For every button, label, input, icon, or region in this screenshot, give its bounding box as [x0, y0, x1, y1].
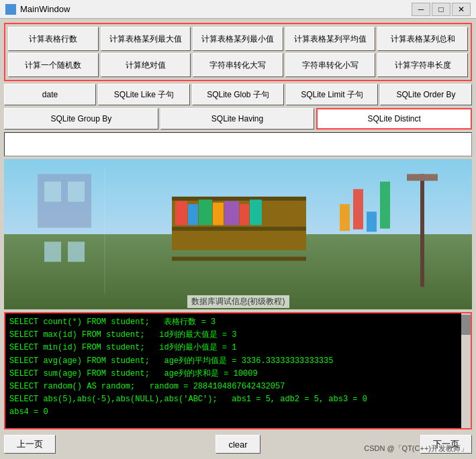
- nav-limit-button[interactable]: SQLite Limit 子句: [286, 84, 378, 105]
- svg-rect-9: [172, 227, 306, 231]
- scrollbar[interactable]: [461, 313, 471, 428]
- input-area: [4, 132, 472, 156]
- scene-label: 数据库调试信息(初级教程): [187, 295, 289, 308]
- bottom-bar: 上一页 clear 下一页 CSDN @「QT(C++)开发教师」: [4, 434, 472, 455]
- svg-rect-21: [380, 182, 390, 229]
- svg-rect-3: [44, 182, 61, 202]
- nav-row-2: SQLite Group By SQLite Having SQLite Dis…: [4, 108, 472, 130]
- window-controls: ─ □ ✕: [412, 3, 471, 16]
- svg-rect-10: [172, 257, 306, 261]
- svg-rect-6: [68, 242, 85, 262]
- nav-like-button[interactable]: SQLite Like 子句: [98, 84, 190, 105]
- nav-having-button[interactable]: SQLite Having: [160, 108, 315, 130]
- maximize-button[interactable]: □: [432, 3, 450, 16]
- output-area[interactable]: SELECT count(*) FROM student; 表格行数 = 3 S…: [4, 312, 472, 429]
- function-button-grid: 计算表格行数 计算表格某列最大值 计算表格某列最小值 计算表格某列平均值 计算表…: [4, 23, 472, 81]
- calc-col-sum-button[interactable]: 计算表格某列总和: [377, 27, 468, 51]
- calc-str-len-button[interactable]: 计算字符串长度: [377, 53, 468, 77]
- calc-row-count-button[interactable]: 计算表格行数: [8, 27, 99, 51]
- clear-button[interactable]: clear: [216, 435, 260, 454]
- svg-rect-22: [420, 174, 424, 287]
- scene-decoration: [4, 159, 472, 309]
- output-text: SELECT count(*) FROM student; 表格行数 = 3 S…: [9, 316, 467, 419]
- minimize-button[interactable]: ─: [412, 3, 430, 16]
- watermark: CSDN @「QT(C++)开发教师」: [364, 444, 468, 454]
- str-upper-button[interactable]: 字符串转化大写: [193, 53, 283, 77]
- svg-rect-16: [240, 204, 249, 225]
- prev-page-button[interactable]: 上一页: [4, 435, 56, 454]
- nav-group-button[interactable]: SQLite Group By: [4, 108, 158, 130]
- svg-rect-5: [44, 242, 61, 262]
- scene-area: 数据库调试信息(初级教程): [4, 159, 472, 309]
- nav-date-button[interactable]: date: [4, 84, 96, 105]
- svg-rect-17: [250, 199, 262, 225]
- svg-rect-14: [213, 203, 224, 225]
- calc-abs-button[interactable]: 计算绝对值: [101, 53, 191, 77]
- main-window: 计算表格行数 计算表格某列最大值 计算表格某列最小值 计算表格某列平均值 计算表…: [0, 19, 476, 459]
- close-button[interactable]: ✕: [452, 3, 471, 16]
- sql-input[interactable]: [7, 140, 469, 150]
- str-lower-button[interactable]: 字符串转化小写: [285, 53, 376, 77]
- calc-col-min-button[interactable]: 计算表格某列最小值: [193, 27, 283, 51]
- calc-random-button[interactable]: 计算一个随机数: [8, 53, 99, 77]
- svg-rect-18: [340, 204, 350, 231]
- calc-col-max-button[interactable]: 计算表格某列最大值: [101, 27, 191, 51]
- svg-rect-13: [199, 199, 212, 225]
- button-row-2: 计算一个随机数 计算绝对值 字符串转化大写 字符串转化小写 计算字符串长度: [8, 53, 468, 77]
- window-title: MainWindow: [20, 4, 412, 14]
- svg-rect-23: [407, 174, 438, 181]
- title-bar: MainWindow ─ □ ✕: [0, 0, 476, 19]
- nav-order-button[interactable]: SQLite Order By: [380, 84, 472, 105]
- svg-rect-4: [68, 182, 85, 202]
- svg-rect-8: [172, 197, 306, 201]
- svg-rect-20: [367, 211, 377, 232]
- svg-rect-19: [353, 189, 363, 230]
- svg-rect-11: [175, 201, 187, 225]
- app-icon: [5, 4, 16, 15]
- svg-rect-15: [224, 201, 239, 225]
- button-row-1: 计算表格行数 计算表格某列最大值 计算表格某列最小值 计算表格某列平均值 计算表…: [8, 27, 468, 51]
- nav-glob-button[interactable]: SQLite Glob 子句: [192, 84, 284, 105]
- calc-col-avg-button[interactable]: 计算表格某列平均值: [285, 27, 376, 51]
- nav-distinct-button[interactable]: SQLite Distinct: [316, 108, 472, 130]
- svg-rect-12: [188, 204, 198, 225]
- nav-row-1: date SQLite Like 子句 SQLite Glob 子句 SQLit…: [4, 84, 472, 105]
